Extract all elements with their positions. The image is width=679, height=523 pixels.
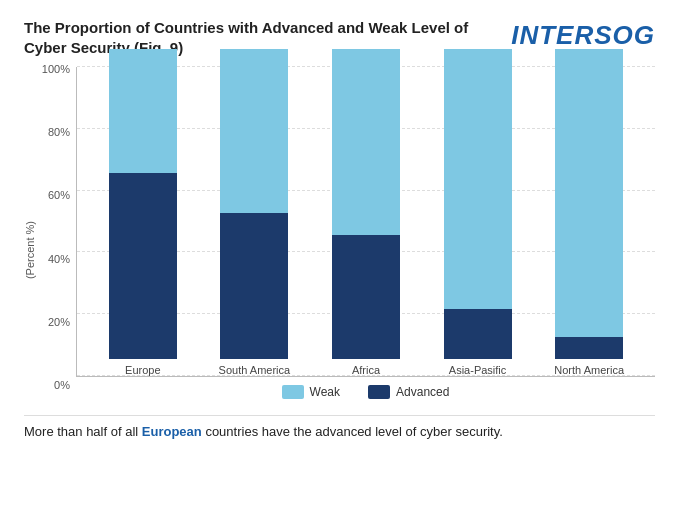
bar-weak bbox=[109, 49, 177, 173]
bar-weak bbox=[444, 49, 512, 309]
legend-weak: Weak bbox=[282, 385, 340, 399]
bar-x-label: Europe bbox=[103, 364, 183, 376]
bars-container: EuropeSouth AmericaAfricaAsia-PasificNor… bbox=[76, 67, 655, 377]
bar-stack bbox=[332, 49, 400, 359]
bar-advanced bbox=[332, 235, 400, 359]
weak-label: Weak bbox=[310, 385, 340, 399]
legend-advanced: Advanced bbox=[368, 385, 449, 399]
bar-group: Asia-Pasific bbox=[422, 67, 534, 376]
bar-weak bbox=[220, 49, 288, 213]
bar-stack bbox=[220, 49, 288, 359]
bar-group: Europe bbox=[87, 67, 199, 376]
y-axis-title: (Percent %) bbox=[24, 197, 36, 279]
bar-stack bbox=[555, 49, 623, 359]
footer-highlight: European bbox=[142, 424, 202, 439]
bar-group: North America bbox=[533, 67, 645, 376]
chart-legend: Weak Advanced bbox=[76, 385, 655, 399]
brand-logo: INTERSOG bbox=[511, 18, 655, 51]
chart-body: EuropeSouth AmericaAfricaAsia-PasificNor… bbox=[76, 67, 655, 409]
bar-advanced bbox=[444, 309, 512, 359]
footer-note: More than half of all European countries… bbox=[24, 415, 655, 439]
advanced-label: Advanced bbox=[396, 385, 449, 399]
chart-area: (Percent %) 100%80%60%40%20%0% EuropeSou… bbox=[24, 67, 655, 409]
bar-advanced bbox=[555, 337, 623, 359]
advanced-swatch bbox=[368, 385, 390, 399]
bar-x-label: Africa bbox=[326, 364, 406, 376]
bar-stack bbox=[109, 49, 177, 359]
bar-group: Africa bbox=[310, 67, 422, 376]
bar-weak bbox=[332, 49, 400, 235]
bar-advanced bbox=[220, 213, 288, 359]
bar-weak bbox=[555, 49, 623, 337]
bar-x-label: North America bbox=[549, 364, 629, 376]
bar-advanced bbox=[109, 173, 177, 359]
footer-text-after: countries have the advanced level of cyb… bbox=[202, 424, 503, 439]
bar-x-label: South America bbox=[214, 364, 294, 376]
bar-x-label: Asia-Pasific bbox=[438, 364, 518, 376]
bar-group: South America bbox=[199, 67, 311, 376]
bar-stack bbox=[444, 49, 512, 359]
y-axis: 100%80%60%40%20%0% bbox=[38, 67, 76, 409]
weak-swatch bbox=[282, 385, 304, 399]
y-axis-wrapper: (Percent %) 100%80%60%40%20%0% bbox=[24, 67, 76, 409]
footer-text-before: More than half of all bbox=[24, 424, 142, 439]
